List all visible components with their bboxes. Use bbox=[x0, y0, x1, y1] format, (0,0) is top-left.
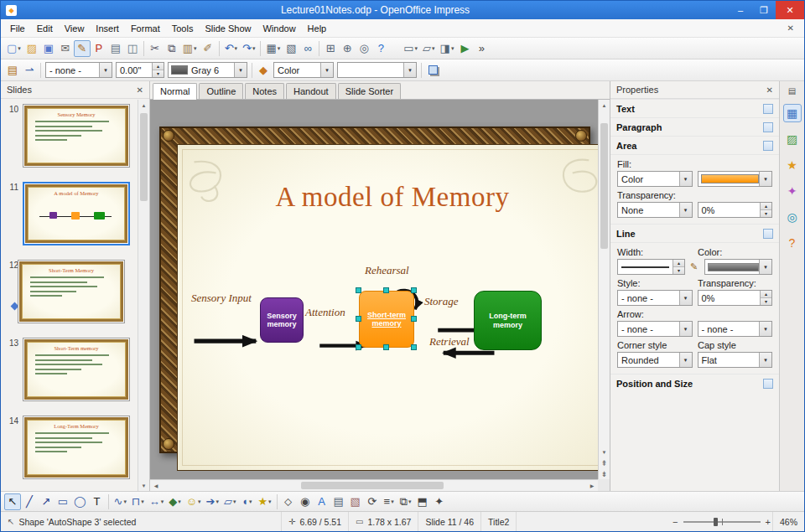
curve-icon[interactable]: ∿▾ bbox=[112, 493, 129, 510]
close-icon[interactable]: ✕ bbox=[137, 85, 143, 95]
label-storage[interactable]: Storage bbox=[424, 295, 458, 308]
slide-content[interactable]: A model of Memory Sensory Input Attentio… bbox=[177, 144, 608, 471]
slide-title[interactable]: A model of Memory bbox=[178, 182, 607, 213]
fill-type-combobox[interactable]: Color ▾ bbox=[273, 62, 334, 78]
styles-icon[interactable]: ▤ bbox=[4, 62, 21, 79]
chevron-down-icon[interactable]: ▾ bbox=[141, 498, 144, 505]
chevron-down-icon[interactable]: ▾ bbox=[123, 498, 127, 505]
scroll-up-icon[interactable]: ▲ bbox=[599, 100, 610, 111]
scrollbar-thumb[interactable] bbox=[140, 113, 148, 201]
chevron-down-icon[interactable]: ▾ bbox=[679, 172, 692, 186]
symbol-shapes-icon[interactable]: ☺▾ bbox=[184, 493, 204, 510]
chevron-down-icon[interactable]: ▾ bbox=[99, 63, 112, 77]
slide-thumbnail-11[interactable]: A model of Memory bbox=[23, 182, 130, 245]
arrow-start-combobox[interactable]: - none - ▾ bbox=[617, 321, 693, 337]
chevron-down-icon[interactable]: ▾ bbox=[18, 45, 21, 52]
chevron-down-icon[interactable]: ▾ bbox=[408, 498, 412, 505]
chevron-down-icon[interactable]: ▾ bbox=[198, 498, 201, 505]
chevron-down-icon[interactable]: ▾ bbox=[679, 322, 692, 336]
chevron-down-icon[interactable]: ▾ bbox=[161, 498, 164, 505]
transparency-value-spinner[interactable]: 0% ▴▾ bbox=[698, 202, 773, 218]
selection-handle[interactable] bbox=[383, 344, 389, 350]
redo-icon[interactable]: ↷▾ bbox=[240, 40, 257, 57]
chevron-down-icon[interactable]: ▾ bbox=[679, 353, 692, 367]
help-icon[interactable]: ? bbox=[372, 40, 389, 57]
line-style-combobox[interactable]: - none - ▾ bbox=[45, 62, 112, 78]
chevron-down-icon[interactable]: ▾ bbox=[233, 498, 236, 505]
open-folder-icon[interactable]: ▨ bbox=[23, 40, 40, 57]
navigator-deck-icon[interactable]: ◎ bbox=[783, 208, 802, 226]
ellipse-icon[interactable]: ◯ bbox=[71, 493, 89, 510]
flowchart-icon[interactable]: ▱▾ bbox=[221, 493, 239, 510]
document-close-icon[interactable]: ✕ bbox=[781, 23, 801, 33]
clone-formatting-icon[interactable]: ✐ bbox=[200, 40, 216, 57]
chevron-down-icon[interactable]: ▾ bbox=[432, 45, 435, 52]
extrusion-icon[interactable]: ⬒ bbox=[414, 493, 431, 510]
edit-points-icon[interactable]: ⬦ bbox=[280, 493, 297, 510]
slides-scrollbar[interactable]: ▲ ▼ bbox=[138, 100, 149, 491]
line-width-spinner[interactable]: 0.00" ▴▾ bbox=[116, 62, 164, 78]
dialog-launcher-icon[interactable] bbox=[763, 122, 773, 132]
display-mode-icon[interactable]: ▭▾ bbox=[401, 40, 420, 57]
chevron-down-icon[interactable]: ▾ bbox=[178, 498, 181, 505]
selection-handle[interactable] bbox=[356, 287, 361, 293]
slide-canvas[interactable]: A model of Memory Sensory Input Attentio… bbox=[150, 100, 610, 491]
zoom-icon[interactable]: ◎ bbox=[356, 40, 372, 57]
section-text[interactable]: Text bbox=[610, 99, 779, 117]
dialog-launcher-icon[interactable] bbox=[763, 141, 773, 151]
chevron-down-icon[interactable]: ▾ bbox=[252, 45, 256, 52]
menu-item-file[interactable]: File bbox=[4, 21, 31, 36]
label-rehearsal[interactable]: Rehearsal bbox=[365, 264, 409, 277]
tab-outline[interactable]: Outline bbox=[199, 83, 243, 99]
arrange-icon[interactable]: ⧉▾ bbox=[397, 493, 414, 510]
zoom-percent[interactable]: 46% bbox=[772, 512, 804, 531]
email-icon[interactable]: ✉ bbox=[57, 40, 74, 57]
tab-slide-sorter[interactable]: Slide Sorter bbox=[338, 83, 401, 99]
zoom-out-icon[interactable]: − bbox=[671, 517, 679, 527]
rotate-icon[interactable]: ⟳ bbox=[364, 493, 381, 510]
line-transparency-spinner[interactable]: 0% ▴▾ bbox=[698, 290, 773, 306]
vertical-scrollbar[interactable]: ▲ ▼ ⇞ ⇟ bbox=[598, 100, 610, 479]
chevron-down-icon[interactable]: ▾ bbox=[278, 45, 281, 52]
line-arrow-end-icon[interactable]: ↗ bbox=[38, 493, 55, 510]
chevron-down-icon[interactable]: ▾ bbox=[451, 45, 454, 52]
scrollbar-thumb[interactable] bbox=[301, 482, 444, 489]
label-attention[interactable]: Attention bbox=[305, 306, 345, 319]
lines-arrows-icon[interactable]: ↔▾ bbox=[147, 493, 167, 510]
chevron-down-icon[interactable]: ▾ bbox=[234, 63, 247, 77]
shadow-toggle-icon[interactable] bbox=[424, 62, 441, 79]
arrow-style-icon[interactable]: ⇀ bbox=[21, 62, 38, 79]
tab-notes[interactable]: Notes bbox=[245, 83, 284, 99]
slide-page[interactable]: A model of Memory Sensory Input Attentio… bbox=[159, 127, 590, 453]
sensory-memory-box[interactable]: Sensory memory bbox=[260, 297, 304, 343]
chevron-down-icon[interactable]: ▾ bbox=[391, 498, 394, 505]
chevron-down-icon[interactable]: ▾ bbox=[679, 291, 692, 305]
selection-handle[interactable] bbox=[383, 287, 389, 293]
fill-color-combobox[interactable]: ▾ bbox=[698, 171, 773, 187]
edit-file-icon[interactable]: ✎ bbox=[74, 40, 91, 57]
slide-layout-icon[interactable]: ◨▾ bbox=[438, 40, 457, 57]
show-grid-icon[interactable]: ⊞ bbox=[322, 40, 339, 57]
chevron-down-icon[interactable]: ▾ bbox=[403, 63, 416, 77]
scroll-down-icon[interactable]: ▼ bbox=[138, 480, 149, 491]
section-position-size[interactable]: Position and Size bbox=[610, 374, 779, 392]
text-icon[interactable]: T bbox=[89, 493, 106, 510]
selection-handle[interactable] bbox=[411, 344, 417, 350]
sidebar-menu-icon[interactable]: ▤ bbox=[783, 85, 802, 96]
chevron-down-icon[interactable]: ▾ bbox=[759, 353, 771, 367]
select-icon[interactable]: ↖ bbox=[4, 493, 21, 510]
chevron-down-icon[interactable]: ▾ bbox=[249, 498, 252, 505]
short-term-memory-box[interactable]: Short-term memory bbox=[359, 291, 414, 348]
zoom-slider[interactable] bbox=[683, 521, 761, 523]
maximize-button[interactable]: ❐ bbox=[752, 1, 776, 19]
transparency-type-combobox[interactable]: None ▾ bbox=[617, 202, 693, 218]
menu-item-window[interactable]: Window bbox=[257, 21, 301, 36]
save-icon[interactable]: ▣ bbox=[40, 40, 57, 57]
selection-handle[interactable] bbox=[411, 287, 417, 293]
section-line[interactable]: Line bbox=[610, 224, 779, 242]
rectangle-icon[interactable]: ▭ bbox=[55, 493, 71, 510]
animation-deck-icon[interactable]: ✦ bbox=[783, 182, 802, 200]
master-pages-deck-icon[interactable]: ? bbox=[783, 234, 802, 252]
new-slide-icon[interactable]: ▱▾ bbox=[420, 40, 438, 57]
copy-icon[interactable]: ⧉ bbox=[164, 40, 180, 57]
